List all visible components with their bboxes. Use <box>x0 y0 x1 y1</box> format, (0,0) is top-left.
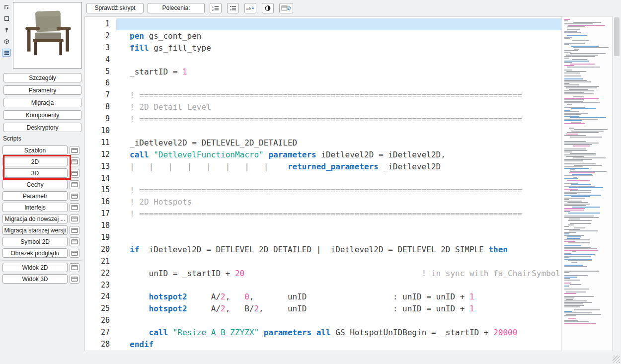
code-line-17[interactable]: ! ======================================… <box>130 208 561 220</box>
code-line-24[interactable]: hotspot2 A/2, 0, unID : unID = unID + 1 <box>130 291 561 303</box>
rename-ab-icon-button[interactable]: ab <box>244 3 256 13</box>
toolbar-icon-group: 12ab <box>210 3 293 13</box>
editor-toolbar: Sprawdź skrypt Polecenia: 12ab <box>84 0 621 16</box>
open-window-button-szablon[interactable] <box>70 146 79 155</box>
open-window-button-cechy[interactable] <box>70 180 79 189</box>
window-resize-grip[interactable] <box>613 356 620 363</box>
sidebar-button-migracja[interactable]: Migracja <box>3 98 81 107</box>
script-button-szablon[interactable]: Szablon <box>2 146 68 155</box>
code-line-15[interactable]: ! ======================================… <box>130 184 561 196</box>
indent-list-icon-button[interactable] <box>227 3 239 13</box>
code-area[interactable]: pen gs_cont_penfill gs_fill_type_startID… <box>116 17 561 351</box>
script-row: Obrazek podglądu <box>2 248 83 258</box>
object-preview[interactable] <box>13 2 82 69</box>
code-line-14[interactable] <box>130 173 561 185</box>
code-line-27[interactable]: call "Resize_A_B_ZZYZX" parameters all G… <box>130 327 561 339</box>
code-line-8[interactable]: ! 2D Detail Level <box>130 101 561 113</box>
line-number: 8 <box>85 101 110 113</box>
code-line-5[interactable]: _startID = 1 <box>130 66 561 78</box>
script-button-widok-2d[interactable]: Widok 2D <box>2 263 68 272</box>
code-line-2[interactable]: pen gs_cont_pen <box>130 30 561 42</box>
script-row: 3D <box>2 168 83 178</box>
line-number: 27 <box>85 327 110 339</box>
check-script-button[interactable]: Sprawdź skrypt <box>86 3 144 13</box>
code-line-3[interactable]: fill gs_fill_type <box>130 42 561 54</box>
elevation-icon[interactable] <box>2 14 11 22</box>
script-row: Symbol 2D <box>2 237 83 246</box>
code-line-12[interactable]: call "DetlevelFunctionMacro" parameters … <box>130 149 561 161</box>
sidebar: SzczegółyParametryMigracjaKomponentyDesk… <box>0 0 84 364</box>
pin-icon[interactable] <box>2 26 11 34</box>
code-line-13[interactable]: | | | | | | | | returned_parameters _iDe… <box>130 161 561 173</box>
open-window-button-migracja-do-nowszej[interactable] <box>70 215 79 223</box>
code-line-26[interactable] <box>130 315 561 327</box>
code-line-20[interactable]: if _iDetlevel2D = DETLEVEL_2D_DETAILED |… <box>130 244 561 256</box>
sidebar-button-deskryptory[interactable]: Deskryptory <box>3 123 81 132</box>
code-line-11[interactable]: _iDetlevel2D = DETLEVEL_2D_DETAILED <box>130 137 561 149</box>
sidebar-button-parametry[interactable]: Parametry <box>3 85 81 95</box>
script-button-symbol-2d[interactable]: Symbol 2D <box>2 237 68 246</box>
code-line-21[interactable] <box>130 256 561 268</box>
line-number: 15 <box>85 184 110 196</box>
code-line-22[interactable]: unID = _startID + 20 ! in sync with fa_C… <box>130 268 561 280</box>
line-number: 20 <box>85 244 110 256</box>
minimap-content <box>564 19 610 324</box>
svg-text:1: 1 <box>212 5 214 8</box>
sidebar-button-szczegóły[interactable]: Szczegóły <box>3 73 81 82</box>
code-line-6[interactable] <box>130 77 561 89</box>
line-number: 14 <box>85 173 110 185</box>
open-window-button-parametr[interactable] <box>70 192 79 201</box>
code-line-4[interactable] <box>130 54 561 66</box>
open-window-button-migracja-starszej-wersji[interactable] <box>70 226 79 235</box>
open-window-button-2d[interactable] <box>70 157 79 166</box>
script-row: 2D <box>2 157 83 166</box>
code-line-25[interactable]: hotspot2 A/2, B/2, unID : unID = unID + … <box>130 303 561 315</box>
script-button-3d[interactable]: 3D <box>2 168 68 178</box>
preview-list-icon[interactable] <box>2 49 11 57</box>
sidebar-button-komponenty[interactable]: Komponenty <box>3 110 81 120</box>
code-line-18[interactable] <box>130 220 561 232</box>
script-button-2d[interactable]: 2D <box>2 157 68 166</box>
script-button-parametr[interactable]: Parametr <box>2 191 68 201</box>
line-number: 28 <box>85 339 110 351</box>
code-line-19[interactable] <box>130 232 561 244</box>
code-line-16[interactable]: ! 2D Hotspots <box>130 196 561 208</box>
line-number: 3 <box>85 42 110 54</box>
script-button-widok-3d[interactable]: Widok 3D <box>2 274 68 284</box>
line-number: 26 <box>85 315 110 327</box>
open-window-button-symbol-2d[interactable] <box>70 237 79 246</box>
script-button-migracja-do-nowszej[interactable]: Migracja do nowszej ... <box>2 214 68 223</box>
contrast-icon-button[interactable] <box>262 3 274 13</box>
code-line-1[interactable] <box>116 18 561 30</box>
script-button-interfejs[interactable]: Interfejs <box>2 203 68 212</box>
open-window-button-3d[interactable] <box>70 169 79 178</box>
open-window-button-widok-3d[interactable] <box>70 275 79 284</box>
code-line-10[interactable] <box>130 125 561 137</box>
script-button-cechy[interactable]: Cechy <box>2 180 68 189</box>
script-button-migracja-starszej-wersji[interactable]: Migracja starszej wersji <box>2 225 68 235</box>
line-number: 10 <box>85 125 110 137</box>
open-window-button-interfejs[interactable] <box>70 203 79 212</box>
scripts-section-label: Scripts <box>3 135 21 142</box>
line-number: 11 <box>85 137 110 149</box>
symbol-2d-icon[interactable] <box>2 3 11 11</box>
line-number: 25 <box>85 303 110 315</box>
code-line-9[interactable]: ! ======================================… <box>130 113 561 125</box>
line-number: 9 <box>85 113 110 125</box>
open-window-button-obrazek-podglądu[interactable] <box>70 249 79 258</box>
cube-icon[interactable] <box>2 37 11 45</box>
code-line-23[interactable] <box>130 280 561 291</box>
commands-button[interactable]: Polecenia: <box>148 3 205 13</box>
scrollbar-thumb[interactable] <box>614 17 620 56</box>
sync-window-icon-button[interactable] <box>279 3 293 13</box>
vertical-scrollbar[interactable] <box>613 16 620 351</box>
code-line-28[interactable]: endif <box>130 339 561 351</box>
line-number: 1 <box>85 18 110 30</box>
script-button-obrazek-podglądu[interactable]: Obrazek podglądu <box>2 248 68 258</box>
code-line-7[interactable]: ! ======================================… <box>130 89 561 101</box>
open-window-button-widok-2d[interactable] <box>70 263 79 272</box>
code-editor: 1234567891011121314151617181920212223242… <box>84 16 561 351</box>
code-minimap[interactable] <box>561 16 613 351</box>
line-number-gutter: 1234567891011121314151617181920212223242… <box>85 17 116 351</box>
numbered-list-icon-button[interactable]: 12 <box>210 3 222 13</box>
